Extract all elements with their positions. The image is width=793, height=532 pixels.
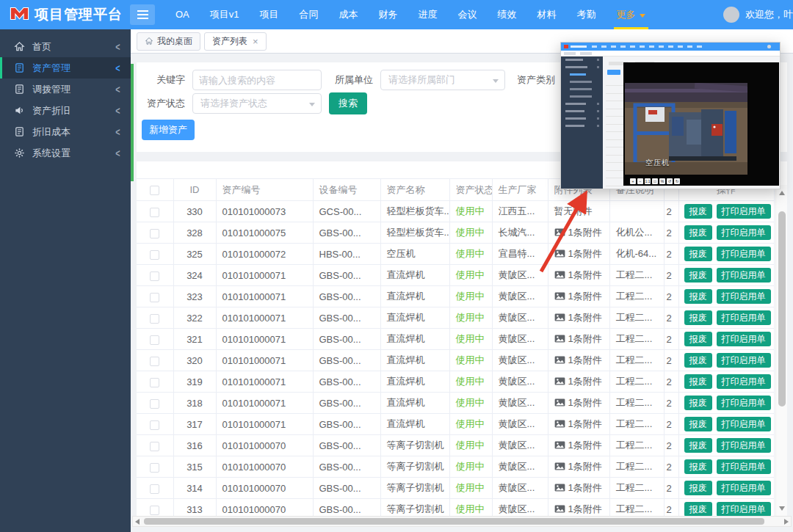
scrap-button[interactable]: 报废 bbox=[684, 332, 712, 346]
scrap-button[interactable]: 报废 bbox=[684, 459, 712, 474]
print-activation-button[interactable]: 打印启用单 bbox=[717, 417, 771, 431]
scrap-button[interactable]: 报废 bbox=[684, 502, 712, 516]
add-asset-button[interactable]: 新增资产 bbox=[142, 120, 195, 140]
nav-item-1[interactable]: 项目v1 bbox=[200, 0, 250, 29]
user-box[interactable]: 欢迎您，叶炜 bbox=[723, 7, 793, 23]
print-activation-button[interactable]: 打印启用单 bbox=[717, 438, 771, 453]
cell-attachment[interactable]: 1条附件 bbox=[548, 265, 609, 286]
status-select[interactable]: 请选择资产状态 bbox=[192, 93, 322, 114]
row-checkbox[interactable] bbox=[150, 293, 159, 302]
print-activation-button[interactable]: 打印启用单 bbox=[717, 225, 771, 240]
unit-select[interactable]: 请选择所属部门 bbox=[380, 70, 505, 90]
cell-attachment[interactable]: 暂无附件 bbox=[548, 201, 609, 222]
row-checkbox[interactable] bbox=[150, 399, 159, 409]
row-checkbox[interactable] bbox=[150, 208, 159, 217]
print-activation-button[interactable]: 打印启用单 bbox=[717, 396, 771, 410]
row-checkbox[interactable] bbox=[150, 484, 159, 494]
row-checkbox[interactable] bbox=[150, 442, 159, 451]
scroll-right-arrow[interactable] bbox=[784, 519, 789, 525]
print-activation-button[interactable]: 打印启用单 bbox=[717, 502, 771, 516]
nav-item-0[interactable]: OA bbox=[165, 0, 200, 29]
cell-attachment[interactable]: 1条附件 bbox=[548, 414, 609, 435]
cell-attachment[interactable]: 1条附件 bbox=[548, 286, 609, 307]
tab-0[interactable]: 我的桌面 bbox=[137, 32, 200, 51]
vertical-scroll-thumb[interactable] bbox=[778, 211, 786, 407]
row-checkbox[interactable] bbox=[150, 314, 159, 324]
scrap-button[interactable]: 报废 bbox=[684, 247, 712, 261]
nav-item-8[interactable]: 绩效 bbox=[488, 0, 527, 29]
row-checkbox[interactable] bbox=[150, 463, 159, 473]
cell-attachment[interactable]: 1条附件 bbox=[548, 371, 609, 393]
row-checkbox[interactable] bbox=[150, 506, 159, 515]
sidebar-item-3[interactable]: 资产折旧< bbox=[0, 100, 131, 121]
scrap-button[interactable]: 报废 bbox=[684, 353, 712, 368]
print-activation-button[interactable]: 打印启用单 bbox=[717, 481, 771, 495]
nav-item-9[interactable]: 材料 bbox=[527, 0, 567, 29]
nav-item-10[interactable]: 考勤 bbox=[567, 0, 606, 29]
print-activation-button[interactable]: 打印启用单 bbox=[717, 204, 771, 219]
select-all-checkbox[interactable] bbox=[150, 186, 159, 195]
scrap-button[interactable]: 报废 bbox=[684, 289, 712, 304]
scroll-up-arrow[interactable] bbox=[779, 191, 785, 195]
sidebar-item-5[interactable]: 系统设置< bbox=[0, 142, 131, 164]
scrap-button[interactable]: 报废 bbox=[684, 204, 712, 219]
search-button[interactable]: 搜索 bbox=[329, 92, 367, 114]
scrap-button[interactable]: 报废 bbox=[684, 481, 712, 495]
print-activation-button[interactable]: 打印启用单 bbox=[717, 247, 771, 261]
scroll-down-arrow[interactable] bbox=[779, 506, 785, 511]
menu-toggle-button[interactable] bbox=[130, 4, 155, 25]
content-scroll-indicator[interactable] bbox=[131, 64, 134, 181]
row-checkbox[interactable] bbox=[150, 335, 159, 345]
cell-attachment[interactable]: 1条附件 bbox=[548, 456, 609, 478]
cell-attachment[interactable]: 1条附件 bbox=[548, 435, 609, 456]
row-checkbox[interactable] bbox=[150, 357, 159, 366]
print-activation-button[interactable]: 打印启用单 bbox=[717, 374, 771, 389]
print-activation-button[interactable]: 打印启用单 bbox=[717, 289, 771, 304]
fullsize-icon: □ bbox=[652, 178, 658, 184]
close-icon[interactable] bbox=[253, 37, 258, 46]
scrap-button[interactable]: 报废 bbox=[684, 225, 712, 240]
scrap-button[interactable]: 报废 bbox=[684, 374, 712, 389]
keyword-input[interactable] bbox=[192, 70, 322, 90]
scrap-button[interactable]: 报废 bbox=[684, 417, 712, 431]
cell-attachment[interactable]: 1条附件 bbox=[548, 478, 609, 499]
cell-attachment[interactable]: 1条附件 bbox=[548, 329, 609, 350]
print-activation-button[interactable]: 打印启用单 bbox=[717, 459, 771, 474]
cell-attachment[interactable]: 1条附件 bbox=[548, 393, 609, 414]
sidebar-item-0[interactable]: 首页< bbox=[0, 36, 131, 57]
tab-1[interactable]: 资产列表 bbox=[204, 32, 267, 51]
scrap-button[interactable]: 报废 bbox=[684, 396, 712, 410]
scroll-left-arrow[interactable] bbox=[135, 519, 140, 525]
cell-attachment[interactable]: 1条附件 bbox=[548, 244, 609, 265]
row-checkbox[interactable] bbox=[150, 272, 159, 281]
nav-item-4[interactable]: 成本 bbox=[329, 0, 369, 29]
print-activation-button[interactable]: 打印启用单 bbox=[717, 310, 771, 325]
scrap-button[interactable]: 报废 bbox=[684, 268, 712, 283]
avatar[interactable] bbox=[723, 7, 739, 23]
row-checkbox[interactable] bbox=[150, 420, 159, 430]
scrap-button[interactable]: 报废 bbox=[684, 310, 712, 325]
cell-attachment[interactable]: 1条附件 bbox=[548, 350, 609, 371]
print-activation-button[interactable]: 打印启用单 bbox=[717, 353, 771, 368]
nav-item-3[interactable]: 合同 bbox=[289, 0, 329, 29]
nav-item-7[interactable]: 会议 bbox=[448, 0, 488, 29]
nav-item-2[interactable]: 项目 bbox=[250, 0, 289, 29]
horizontal-scrollbar[interactable] bbox=[132, 516, 792, 527]
nav-item-6[interactable]: 进度 bbox=[408, 0, 448, 29]
row-checkbox[interactable] bbox=[150, 250, 159, 260]
print-activation-button[interactable]: 打印启用单 bbox=[717, 332, 771, 346]
cell-attachment[interactable]: 1条附件 bbox=[548, 307, 609, 329]
cell-attachment[interactable]: 1条附件 bbox=[548, 499, 609, 517]
cell-attachment[interactable]: 1条附件 bbox=[548, 222, 609, 244]
horizontal-scroll-thumb[interactable] bbox=[144, 518, 764, 525]
nav-item-5[interactable]: 财务 bbox=[369, 0, 408, 29]
row-checkbox[interactable] bbox=[150, 378, 159, 387]
sidebar-item-4[interactable]: 折旧成本< bbox=[0, 121, 131, 142]
print-activation-button[interactable]: 打印启用单 bbox=[717, 268, 771, 283]
nav-item-more[interactable]: 更多 bbox=[606, 0, 656, 29]
scrap-button[interactable]: 报废 bbox=[684, 438, 712, 453]
sidebar-item-1[interactable]: 资产管理< bbox=[0, 57, 131, 79]
vertical-scrollbar[interactable] bbox=[775, 185, 787, 517]
row-checkbox[interactable] bbox=[150, 229, 159, 238]
sidebar-item-2[interactable]: 调拨管理< bbox=[0, 79, 131, 100]
